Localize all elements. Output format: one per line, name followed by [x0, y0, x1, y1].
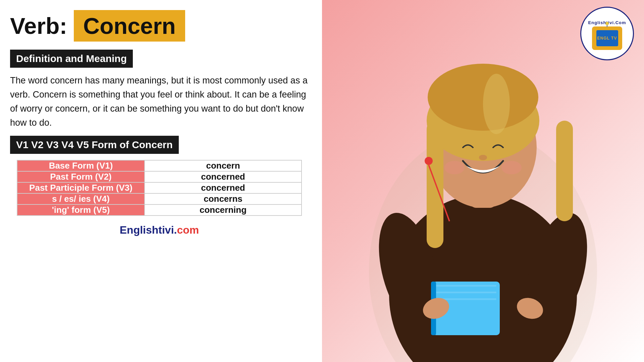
- verb-label: Verb:: [10, 13, 67, 39]
- svg-rect-13: [556, 121, 573, 221]
- table-value-cell: concerns: [145, 193, 302, 204]
- table-label-cell: 'ing' form (V5): [17, 204, 145, 216]
- svg-point-15: [483, 74, 510, 134]
- table-row: Base Form (V1)concern: [17, 160, 302, 171]
- table-row: Past Form (V2)concerned: [17, 171, 302, 182]
- description-text: The word concern has many meanings, but …: [10, 74, 309, 130]
- footer-brand: Englishtivi.com: [10, 224, 309, 236]
- table-label-cell: Base Form (V1): [17, 160, 145, 171]
- svg-rect-6: [436, 285, 496, 287]
- logo-tv: ENGL TV: [592, 26, 622, 50]
- logo-tv-text: ENGL TV: [597, 36, 617, 41]
- svg-point-18: [444, 161, 465, 174]
- definition-heading: Definition and Meaning: [10, 50, 133, 68]
- right-panel: Englishtivi.Com ENGL TV: [322, 0, 644, 362]
- svg-point-19: [501, 161, 522, 174]
- brand-red: com: [177, 224, 199, 236]
- person-svg: [335, 20, 631, 362]
- left-panel: Verb: Concern Definition and Meaning The…: [0, 0, 322, 362]
- svg-rect-12: [427, 121, 443, 248]
- table-row: s / es/ ies (V4)concerns: [17, 193, 302, 204]
- table-label-cell: Past Participle Form (V3): [17, 182, 145, 193]
- svg-point-14: [428, 64, 538, 131]
- title-row: Verb: Concern: [10, 10, 309, 42]
- table-value-cell: concerned: [145, 182, 302, 193]
- logo-tv-screen: ENGL TV: [596, 30, 618, 46]
- brand-blue: Englishtivi: [120, 224, 174, 236]
- svg-point-16: [425, 157, 433, 165]
- table-label-cell: Past Form (V2): [17, 171, 145, 182]
- verb-forms-table: Base Form (V1)concernPast Form (V2)conce…: [17, 160, 302, 216]
- svg-rect-7: [436, 292, 496, 293]
- table-value-cell: concerning: [145, 204, 302, 216]
- table-value-cell: concerned: [145, 171, 302, 182]
- table-row: 'ing' form (V5)concerning: [17, 204, 302, 216]
- verb-word-box: Concern: [74, 10, 185, 42]
- table-row: Past Participle Form (V3)concerned: [17, 182, 302, 193]
- table-label-cell: s / es/ ies (V4): [17, 193, 145, 204]
- forms-heading: V1 V2 V3 V4 V5 Form of Concern: [10, 136, 179, 154]
- logo-circle: Englishtivi.Com ENGL TV: [580, 7, 634, 60]
- person-image: [335, 20, 631, 362]
- svg-point-20: [479, 155, 487, 160]
- table-value-cell: concern: [145, 160, 302, 171]
